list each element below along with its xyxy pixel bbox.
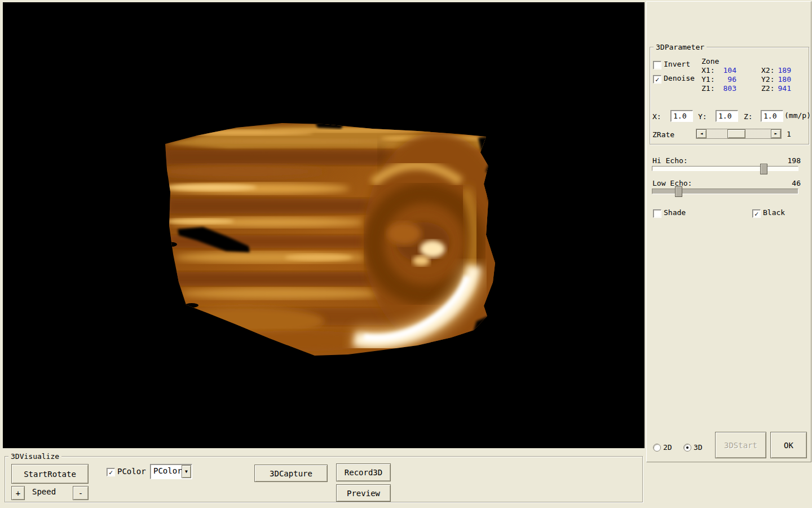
preview-button[interactable]: Preview xyxy=(336,484,391,502)
zrate-scrollbar[interactable]: ◄ ► xyxy=(696,129,782,139)
invert-label: Invert xyxy=(664,60,690,68)
visualize-panel: 3DVisualize StartRotate ✓ PColor PColor … xyxy=(0,449,646,508)
pcolor-select[interactable]: PColor ▼ xyxy=(150,464,192,479)
zone-y1-value: 96 xyxy=(720,76,736,84)
scale-y-input[interactable]: 1.0 xyxy=(716,110,738,122)
low-echo-slider-thumb[interactable] xyxy=(675,186,682,197)
speed-plus-button[interactable]: + xyxy=(11,486,25,500)
3dvisualize-group-title: 3DVisualize xyxy=(8,452,61,461)
3dstart-button[interactable]: 3DStart xyxy=(715,432,766,458)
zone-z1-value: 803 xyxy=(720,85,736,93)
dropdown-arrow-icon[interactable]: ▼ xyxy=(182,465,191,478)
scroll-left-icon: ◄ xyxy=(700,132,703,136)
scale-x-label: X: xyxy=(652,113,661,121)
zone-x2-value: 189 xyxy=(774,67,791,75)
zrate-value: 1 xyxy=(787,130,791,138)
speed-label: Speed xyxy=(32,488,56,496)
check-icon: ✓ xyxy=(655,77,659,82)
mode-2d-label: 2D xyxy=(663,444,672,452)
check-icon: ✓ xyxy=(109,470,113,475)
zone-y1-label: Y1: xyxy=(701,76,714,84)
hi-echo-value: 198 xyxy=(771,157,801,165)
scroll-right-icon: ► xyxy=(775,132,778,136)
zrate-scroll-left-button[interactable]: ◄ xyxy=(696,129,707,138)
mode-3d-label: 3D xyxy=(694,444,703,452)
3dparameter-group-title: 3DParameter xyxy=(654,43,707,51)
3dcapture-button[interactable]: 3DCapture xyxy=(254,465,328,482)
volume-render xyxy=(3,2,645,448)
start-rotate-button[interactable]: StartRotate xyxy=(11,464,89,484)
black-checkbox[interactable]: ✓ xyxy=(752,209,761,218)
zone-y2-value: 180 xyxy=(774,76,791,84)
pcolor-select-value: PColor xyxy=(153,466,182,475)
denoise-label: Denoise xyxy=(664,75,695,82)
app-window: 3DParameter Invert ✓ Denoise Zone X1: 10… xyxy=(0,0,812,508)
zone-z1-label: Z1: xyxy=(701,85,714,93)
pcolor-checkbox[interactable]: ✓ xyxy=(107,468,115,476)
scale-unit-label: (mm/p) xyxy=(784,112,811,120)
zone-x1-value: 104 xyxy=(720,67,736,75)
scale-y-label: Y: xyxy=(698,113,707,121)
invert-checkbox[interactable] xyxy=(653,61,661,69)
radio-dot-icon xyxy=(686,446,689,449)
zrate-label: ZRate xyxy=(652,131,674,139)
hi-echo-slider-track[interactable] xyxy=(652,166,798,171)
record3d-button[interactable]: Record3D xyxy=(336,463,391,481)
check-icon: ✓ xyxy=(754,211,758,217)
mode-3d-radio[interactable] xyxy=(683,444,691,452)
low-echo-label: Low Echo: xyxy=(652,179,692,187)
zone-x2-label: X2: xyxy=(761,67,774,75)
pcolor-label: PColor xyxy=(117,467,146,475)
zone-z2-value: 941 xyxy=(774,85,791,93)
scale-x-input[interactable]: 1.0 xyxy=(670,110,693,122)
scale-z-label: Z: xyxy=(744,113,753,121)
ok-button[interactable]: OK xyxy=(770,432,807,458)
low-echo-value: 46 xyxy=(771,179,801,187)
zone-z2-label: Z2: xyxy=(761,85,774,93)
zrate-scroll-right-button[interactable]: ► xyxy=(771,129,781,138)
shade-checkbox[interactable] xyxy=(653,209,661,218)
zone-title: Zone xyxy=(701,58,719,65)
black-label: Black xyxy=(763,209,785,217)
low-echo-slider-track[interactable] xyxy=(652,189,798,194)
hi-echo-label: Hi Echo: xyxy=(652,157,688,165)
shade-label: Shade xyxy=(664,209,686,217)
scale-z-input[interactable]: 1.0 xyxy=(761,110,783,122)
zrate-scroll-thumb[interactable] xyxy=(727,129,745,138)
zone-y2-label: Y2: xyxy=(761,76,774,84)
zone-x1-label: X1: xyxy=(701,67,714,75)
denoise-checkbox[interactable]: ✓ xyxy=(653,75,661,84)
speed-minus-button[interactable]: - xyxy=(73,486,89,500)
hi-echo-slider-thumb[interactable] xyxy=(760,164,767,174)
3d-viewport[interactable] xyxy=(3,2,645,448)
parameter-panel: 3DParameter Invert ✓ Denoise Zone X1: 10… xyxy=(646,1,811,462)
mode-2d-radio[interactable] xyxy=(653,444,661,452)
